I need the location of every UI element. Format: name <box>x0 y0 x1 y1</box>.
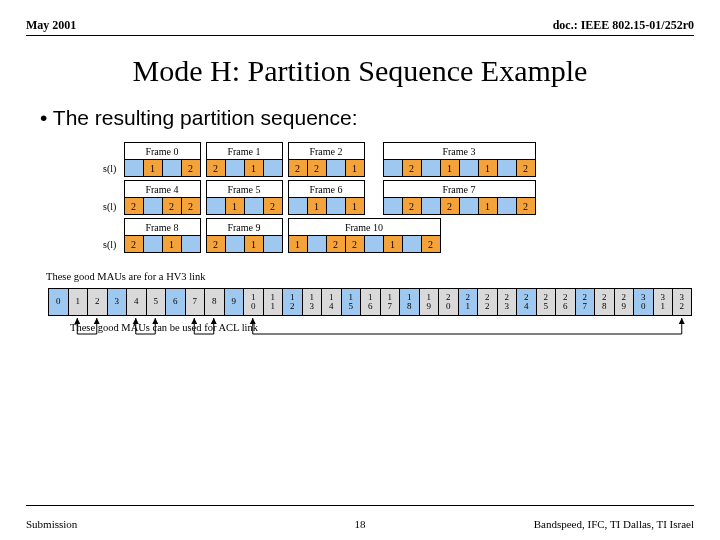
partition-cell: 2 <box>421 236 440 253</box>
partition-cell <box>143 236 162 253</box>
slot-cell: 8 <box>204 288 224 316</box>
slot-cell: 23 <box>497 288 517 316</box>
partition-cell <box>421 198 440 215</box>
partition-cell: 2 <box>162 198 181 215</box>
partition-cell: 1 <box>162 236 181 253</box>
row-label: s(l) <box>96 198 124 215</box>
slot-cell: 21 <box>458 288 478 316</box>
partition-cell: 2 <box>206 236 225 253</box>
frame-header: Frame 4 <box>124 181 200 198</box>
slot-cell: 6 <box>165 288 185 316</box>
partition-cell: 2 <box>402 198 421 215</box>
slot-cell: 20 <box>438 288 458 316</box>
slot-cell: 31 <box>653 288 673 316</box>
page-title: Mode H: Partition Sequence Example <box>26 54 694 88</box>
slot-cell: 3 <box>107 288 127 316</box>
partition-cell <box>383 198 402 215</box>
slot-cell: 24 <box>516 288 536 316</box>
svg-marker-19 <box>679 318 685 324</box>
partition-cell <box>326 198 345 215</box>
slot-cell: 2 <box>87 288 107 316</box>
slot-strip: 0123456789101112131415161718192021222324… <box>48 288 694 316</box>
partition-cell <box>124 160 143 177</box>
slot-cell: 26 <box>555 288 575 316</box>
frame-header-row: Frame 4Frame 5Frame 6Frame 7 <box>96 181 535 198</box>
partition-cell: 1 <box>383 236 402 253</box>
partition-cell <box>383 160 402 177</box>
header-doc: doc.: IEEE 802.15-01/252r0 <box>553 18 694 33</box>
partition-cell: 2 <box>206 160 225 177</box>
partition-cell: 2 <box>516 160 535 177</box>
slot-cell: 19 <box>419 288 439 316</box>
row-label: s(l) <box>96 160 124 177</box>
partition-cell: 1 <box>143 160 162 177</box>
partition-cell <box>162 160 181 177</box>
svg-marker-18 <box>250 318 256 324</box>
partition-cell <box>307 236 326 253</box>
svg-marker-14 <box>211 318 217 324</box>
svg-marker-13 <box>191 318 197 324</box>
partition-row: s(l)22212112212 <box>96 198 535 215</box>
partition-table: Frame 0Frame 1Frame 2Frame 3s(l)12212212… <box>96 142 694 257</box>
partition-cell: 2 <box>307 160 326 177</box>
slot-cell: 30 <box>633 288 653 316</box>
frame-header: Frame 7 <box>383 181 535 198</box>
partition-cell <box>206 198 225 215</box>
partition-cell <box>244 198 263 215</box>
partition-cell <box>421 160 440 177</box>
note-top: These good MAUs are for a HV3 link <box>46 271 694 282</box>
partition-cell <box>497 160 516 177</box>
frame-header: Frame 9 <box>206 219 282 236</box>
frame-header: Frame 1 <box>206 143 282 160</box>
partition-cell: 2 <box>124 236 143 253</box>
header-date: May 2001 <box>26 18 76 33</box>
footer-rule <box>26 505 694 506</box>
partition-cell: 1 <box>244 160 263 177</box>
frame-header: Frame 8 <box>124 219 200 236</box>
partition-row: s(l)212112212 <box>96 236 535 253</box>
slot-cell: 5 <box>146 288 166 316</box>
svg-marker-9 <box>152 318 158 324</box>
partition-cell: 1 <box>478 160 497 177</box>
partition-cell: 1 <box>440 160 459 177</box>
partition-cell: 1 <box>345 198 364 215</box>
slot-cell: 10 <box>243 288 263 316</box>
partition-cell: 1 <box>288 236 307 253</box>
partition-cell <box>402 236 421 253</box>
partition-cell <box>181 236 200 253</box>
row-label: s(l) <box>96 236 124 253</box>
slot-cell: 14 <box>321 288 341 316</box>
partition-cell <box>143 198 162 215</box>
header-rule <box>26 35 694 36</box>
partition-cell <box>263 236 282 253</box>
partition-cell <box>497 198 516 215</box>
slot-cell: 32 <box>672 288 692 316</box>
slot-cell: 22 <box>477 288 497 316</box>
bracket-arrows <box>48 316 698 356</box>
frame-header: Frame 5 <box>206 181 282 198</box>
partition-cell <box>288 198 307 215</box>
slot-cell: 27 <box>575 288 595 316</box>
slot-cell: 9 <box>224 288 244 316</box>
slot-cell: 18 <box>399 288 419 316</box>
slot-cell: 7 <box>185 288 205 316</box>
partition-cell: 2 <box>402 160 421 177</box>
slot-cell: 11 <box>263 288 283 316</box>
partition-cell: 2 <box>181 198 200 215</box>
slot-cell: 13 <box>302 288 322 316</box>
partition-cell: 2 <box>288 160 307 177</box>
slot-cell: 0 <box>48 288 68 316</box>
partition-cell <box>459 198 478 215</box>
partition-cell: 1 <box>225 198 244 215</box>
partition-cell: 2 <box>326 236 345 253</box>
footer-left: Submission <box>26 518 77 530</box>
footer-right: Bandspeed, IFC, TI Dallas, TI Israel <box>534 518 694 530</box>
slot-cell: 16 <box>360 288 380 316</box>
slot-cell: 25 <box>536 288 556 316</box>
partition-cell: 1 <box>478 198 497 215</box>
partition-row: s(l)12212212112 <box>96 160 535 177</box>
frame-header-row: Frame 0Frame 1Frame 2Frame 3 <box>96 143 535 160</box>
partition-cell <box>263 160 282 177</box>
slot-cell: 12 <box>282 288 302 316</box>
frame-header: Frame 2 <box>288 143 364 160</box>
